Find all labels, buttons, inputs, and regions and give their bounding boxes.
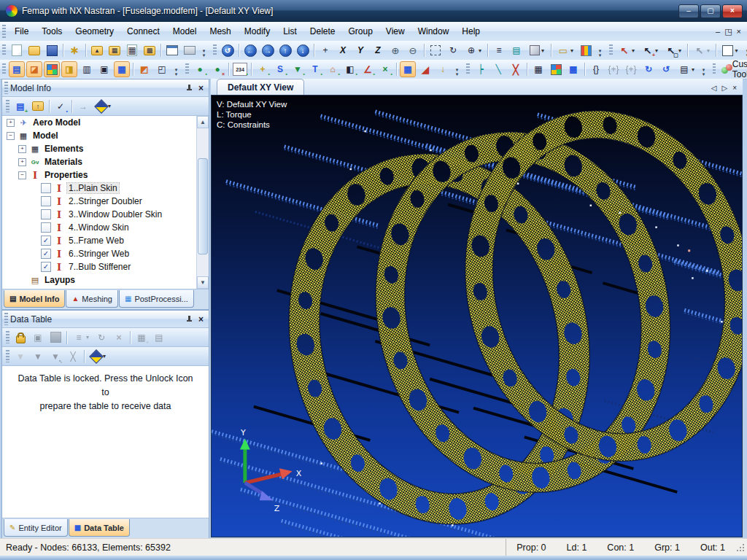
toolbar-grip[interactable]: [609, 44, 613, 57]
pin-icon[interactable]: [185, 315, 193, 324]
layer-control-button[interactable]: ▤: [508, 42, 525, 58]
check-visibility-button[interactable]: ✓▪: [53, 98, 69, 114]
cycle-back-button[interactable]: ↺: [658, 61, 674, 77]
view-tab-next-icon[interactable]: ▷: [721, 84, 727, 92]
menu-group[interactable]: Group: [342, 23, 379, 41]
mesh-solids-button[interactable]: ⌂▪: [325, 61, 341, 77]
postdata-pane-button[interactable]: [44, 61, 60, 77]
menu-help[interactable]: Help: [455, 23, 487, 41]
toolbar-grip[interactable]: [6, 100, 9, 113]
toolbar-grip[interactable]: [466, 63, 470, 76]
tree-item-elements[interactable]: +▦Elements: [2, 142, 197, 155]
tree-checkbox[interactable]: [41, 196, 51, 206]
menu-view[interactable]: View: [379, 23, 411, 41]
view-tab-default-xy[interactable]: Default XY View: [217, 79, 304, 95]
post-data-button[interactable]: [578, 42, 594, 58]
close-button[interactable]: ×: [722, 4, 743, 18]
update-table-button[interactable]: ↻: [93, 330, 109, 346]
toolbar-overflow-button[interactable]: ▾▾: [700, 62, 708, 77]
mesh-curves-button[interactable]: S▪: [272, 61, 288, 77]
zoom-out-button[interactable]: ⊖: [405, 42, 421, 58]
preferences-button[interactable]: ∗: [66, 42, 82, 58]
tree-item-5-frame-web[interactable]: ✓I5..Frame Web: [2, 234, 197, 247]
zoom-in-button[interactable]: ⊕: [387, 42, 403, 58]
new-file-button[interactable]: [9, 42, 25, 58]
tree-checkbox[interactable]: [41, 183, 51, 193]
pan-down-button[interactable]: ↓: [295, 42, 311, 58]
highlight-button[interactable]: [88, 349, 109, 365]
cycle-forward-button[interactable]: ↻: [640, 61, 657, 77]
beam-orientation-button[interactable]: ┝: [473, 61, 489, 77]
model-viewport[interactable]: YXZ V: Default XY View L: Torque C: Cons…: [211, 95, 743, 537]
center-view-button[interactable]: ⊕: [462, 42, 484, 58]
print-button[interactable]: [182, 42, 198, 58]
minimize-button[interactable]: –: [678, 4, 699, 18]
filter-remove-button[interactable]: ▼: [30, 349, 46, 365]
toolbar-grip[interactable]: [213, 44, 217, 57]
toolbar-overflow-button[interactable]: ▾▾: [172, 62, 180, 77]
mesh-surfaces-button[interactable]: ▼▪: [290, 61, 306, 77]
menu-connect[interactable]: Connect: [120, 23, 166, 41]
column-options-button[interactable]: ▤: [151, 330, 167, 346]
mdi-restore-button[interactable]: ◳: [724, 27, 732, 36]
dock-tab-data-table[interactable]: ▦Data Table: [69, 519, 130, 537]
tree-item-2-stringer-doubler[interactable]: I2..Stringer Doubler: [2, 195, 197, 208]
dock-tab-model-info[interactable]: ▤Model Info: [4, 290, 65, 308]
mesh-hex-button[interactable]: ◧▪: [342, 61, 358, 77]
marquee-select-button[interactable]: ↖▢: [662, 42, 684, 58]
maximize-button[interactable]: ▢: [700, 4, 721, 18]
box-zoom-button[interactable]: [427, 42, 444, 58]
view-y-axis-button[interactable]: Y: [352, 42, 368, 58]
rotate-view-button[interactable]: ↻: [445, 42, 461, 58]
tree-item-properties[interactable]: −IProperties: [2, 168, 197, 182]
toolbar-overflow-button[interactable]: ▾▾: [453, 62, 461, 77]
quality-contour-button[interactable]: [548, 61, 564, 77]
mesh-remove-button[interactable]: ×▪: [377, 61, 393, 77]
mesh-ramp-button[interactable]: ◢: [417, 61, 433, 77]
add-to-selection-button[interactable]: ↖+: [639, 42, 661, 58]
filter-add-button[interactable]: ▼: [12, 349, 28, 365]
save-table-button[interactable]: [47, 330, 63, 346]
menu-window[interactable]: Window: [411, 23, 456, 41]
copy-rows-button[interactable]: ▣: [30, 330, 46, 346]
menu-tools[interactable]: Tools: [35, 23, 69, 41]
view-tab-prev-icon[interactable]: ◁: [711, 84, 717, 92]
tree-item-materials[interactable]: +GνMaterials: [2, 155, 197, 168]
view-z-axis-button[interactable]: Z: [370, 42, 386, 58]
mdi-minimize-button[interactable]: –: [716, 27, 720, 36]
import-analysis-button[interactable]: ▦: [124, 42, 140, 58]
view-tab-close-icon[interactable]: ×: [732, 84, 737, 92]
mesh-text-button[interactable]: T▪: [307, 61, 323, 77]
toolbar-grip[interactable]: [2, 44, 6, 57]
tree-checkbox[interactable]: [41, 209, 51, 219]
tree-expander-icon[interactable]: +: [18, 158, 26, 166]
menu-geometry[interactable]: Geometry: [69, 23, 120, 41]
tree-item-6-stringer-web[interactable]: ✓I6..Stringer Web: [2, 247, 197, 260]
mesh-toggle-button[interactable]: ▦: [400, 61, 416, 77]
tree-checkbox[interactable]: ✓: [41, 262, 51, 272]
row-options-button[interactable]: ≡: [70, 330, 92, 346]
scroll-down-icon[interactable]: ▼: [197, 276, 209, 289]
api-pane-button[interactable]: ▣: [96, 61, 112, 77]
send-to-data-table-button[interactable]: →: [75, 98, 91, 114]
dock-tab-postprocessi[interactable]: ▦PostProcessi...: [119, 290, 194, 308]
meshing-pane-button[interactable]: ▥: [79, 61, 95, 77]
pan-up-button[interactable]: ↑: [277, 42, 293, 58]
delete-mesh-button[interactable]: ●×: [209, 61, 225, 77]
toolbar-overflow-button[interactable]: ▾▾: [200, 43, 208, 58]
braces-button[interactable]: {}: [588, 61, 604, 77]
entity-display-button[interactable]: ≡: [491, 42, 507, 58]
comment-pane-button[interactable]: ◰: [154, 61, 170, 77]
brace-ends-button[interactable]: {+}: [623, 61, 639, 77]
unlock-table-button[interactable]: [12, 330, 28, 346]
zoom-all-button[interactable]: +: [317, 42, 333, 58]
tree-scrollbar[interactable]: ▲ ▼: [196, 116, 209, 289]
open-file-button[interactable]: [26, 42, 42, 58]
panel-grip[interactable]: [4, 313, 8, 324]
pin-icon[interactable]: [185, 84, 193, 93]
toolbar-grip[interactable]: [6, 331, 9, 344]
filter-pick-button[interactable]: ▼↖: [47, 349, 63, 365]
toolbar-overflow-button[interactable]: ▾▾: [596, 43, 604, 58]
tree-expander-icon[interactable]: +: [18, 145, 26, 153]
toolbar-grip[interactable]: [2, 63, 6, 76]
